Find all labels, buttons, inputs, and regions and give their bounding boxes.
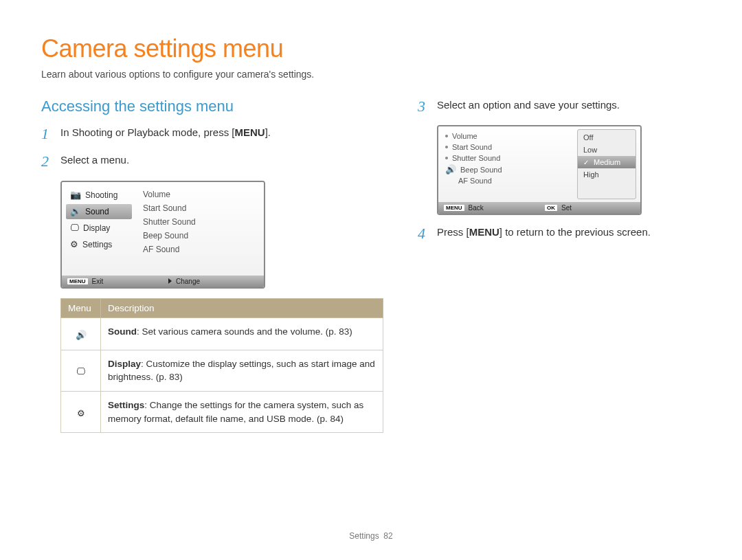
table-row: 🔊 Sound: Set various camera sounds and t… (61, 317, 383, 350)
section-heading: Accessing the settings menu (41, 98, 383, 115)
cs-left-list: Volume Start Sound Shutter Sound 🔊Beep S… (438, 126, 577, 202)
submenu-item: Volume (143, 188, 260, 201)
footer-right: Change (163, 276, 264, 287)
step-bold: MENU (469, 226, 499, 238)
speaker-icon: 🔊 (445, 165, 456, 174)
footer-right-text: Change (176, 278, 200, 285)
display-icon: 🖵 (76, 366, 85, 377)
check-icon (583, 158, 591, 166)
step-number: 1 (41, 125, 60, 143)
step-post: ] to return to the previous screen. (499, 226, 651, 238)
page-subtitle: Learn about various options to configure… (41, 69, 701, 80)
footer-page: 82 (383, 531, 392, 541)
submenu-label: Start Sound (452, 143, 492, 151)
submenu-item: Start Sound (143, 201, 260, 215)
table-head-desc: Description (101, 298, 383, 317)
row-bold: Sound (108, 326, 137, 337)
description-table: Menu Description 🔊 Sound: Set various ca… (60, 298, 383, 433)
page-title: Camera settings menu (41, 34, 701, 63)
step-text: Select an option and save your settings. (437, 98, 620, 113)
row-rest: : Change the settings for the camera sys… (108, 400, 363, 424)
submenu-item: Beep Sound (143, 229, 260, 243)
table-row: 🖵 Display: Customize the display setting… (61, 350, 383, 391)
step-3: 3 Select an option and save your setting… (418, 98, 701, 115)
footer-left-text: Back (469, 204, 484, 212)
submenu-row: Volume (445, 131, 573, 142)
submenu-label: AF Sound (458, 177, 492, 185)
display-icon: 🖵 (70, 223, 79, 232)
cs-footer: MENU Exit Change (62, 276, 264, 287)
row-rest: : Customize the display settings, such a… (108, 359, 375, 383)
step-number: 3 (418, 98, 437, 115)
step-4: 4 Press [MENU] to return to the previous… (418, 225, 701, 243)
submenu-label: Shutter Sound (452, 154, 500, 162)
row-icon: ⚙ (61, 392, 101, 433)
bullet-icon (445, 135, 448, 137)
row-rest: : Set various camera sounds and the volu… (137, 326, 352, 337)
page-footer: Settings 82 (0, 531, 742, 541)
submenu-item: Shutter Sound (143, 215, 260, 229)
bullet-icon (445, 146, 448, 148)
submenu-item: AF Sound (143, 243, 260, 256)
step-number: 2 (41, 153, 60, 170)
option-item: High (578, 168, 636, 181)
table-row: ⚙ Settings: Change the settings for the … (61, 392, 383, 433)
cs-left-menu: 📷 Shooting 🔊 Sound 🖵 Display ⚙ Settings (62, 182, 136, 276)
menu-badge: MENU (67, 278, 88, 284)
submenu-row: Shutter Sound (445, 153, 573, 164)
step-text: Select a menu. (60, 153, 129, 168)
menu-item-label: Shooting (85, 190, 117, 200)
footer-left-text: Exit (92, 278, 104, 285)
option-item: Low (578, 144, 636, 156)
cs-footer: MENU Back OK Set (438, 202, 640, 214)
menu-item-display: 🖵 Display (66, 221, 132, 236)
submenu-label: Volume (452, 132, 477, 140)
table-head-menu: Menu (61, 298, 101, 317)
menu-item-shooting: 📷 Shooting (66, 188, 132, 203)
step-1: 1 In Shooting or Playback mode, press [M… (41, 125, 383, 143)
option-item: Off (578, 131, 636, 144)
submenu-row: AF Sound (445, 175, 573, 186)
cs-body: Volume Start Sound Shutter Sound 🔊Beep S… (438, 126, 640, 202)
step-pre: In Shooting or Playback mode, press [ (60, 126, 234, 138)
option-item-selected: Medium (578, 156, 636, 168)
ok-badge: OK (545, 205, 557, 211)
menu-item-label: Settings (82, 240, 112, 249)
submenu-label: Beep Sound (460, 166, 502, 174)
step-2: 2 Select a menu. (41, 153, 383, 170)
step-number: 4 (418, 225, 437, 243)
camera-screen-menu: 📷 Shooting 🔊 Sound 🖵 Display ⚙ Settings (60, 181, 265, 289)
footer-right-text: Set (561, 204, 572, 212)
footer-left: MENU Exit (62, 276, 163, 287)
bullet-icon (445, 157, 448, 159)
row-bold: Display (108, 359, 141, 369)
step-text: Press [MENU] to return to the previous s… (437, 225, 651, 240)
cs-right-list: Volume Start Sound Shutter Sound Beep So… (136, 182, 264, 276)
menu-item-label: Sound (85, 207, 109, 216)
gear-icon: ⚙ (70, 240, 78, 249)
cs-options: Off Low Medium High (577, 129, 636, 199)
row-desc: Display: Customize the display settings,… (101, 350, 383, 391)
right-column: 3 Select an option and save your setting… (418, 98, 701, 433)
cs-body: 📷 Shooting 🔊 Sound 🖵 Display ⚙ Settings (62, 182, 264, 276)
option-label: Medium (594, 158, 620, 166)
menu-badge: MENU (444, 205, 464, 211)
speaker-icon: 🔊 (76, 330, 87, 340)
speaker-icon: 🔊 (70, 207, 81, 216)
row-desc: Sound: Set various camera sounds and the… (101, 317, 383, 350)
menu-item-label: Display (83, 223, 110, 233)
left-column: Accessing the settings menu 1 In Shootin… (41, 98, 383, 433)
menu-item-sound: 🔊 Sound (66, 204, 132, 219)
play-icon (168, 278, 172, 284)
camera-icon: 📷 (70, 190, 81, 199)
row-icon: 🖵 (61, 350, 101, 391)
footer-left: MENU Back (438, 202, 539, 214)
submenu-row: 🔊Beep Sound (445, 164, 573, 175)
step-bold: MENU (234, 126, 265, 138)
step-text: In Shooting or Playback mode, press [MEN… (60, 125, 271, 141)
step-post: ]. (265, 126, 271, 138)
step-pre: Press [ (437, 226, 469, 238)
gear-icon: ⚙ (77, 408, 85, 418)
menu-item-settings: ⚙ Settings (66, 237, 132, 252)
row-bold: Settings (108, 400, 144, 410)
